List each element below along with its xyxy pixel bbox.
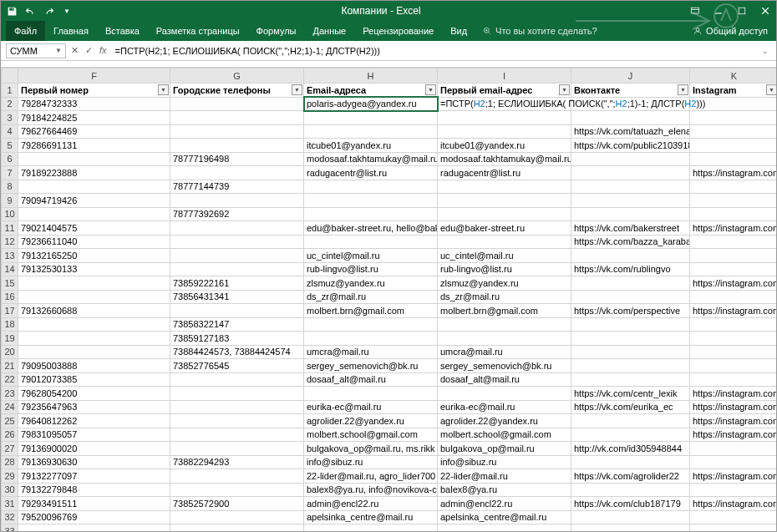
cell[interactable]: edu@baker-street.ru (438, 221, 571, 236)
cell[interactable] (571, 111, 690, 125)
tab-data[interactable]: Данные (304, 21, 354, 41)
cell[interactable]: radugacentr@list.ru (438, 166, 571, 180)
cell[interactable]: https://instagram.com (690, 221, 777, 236)
filter-button-icon[interactable]: ▼ (678, 84, 688, 95)
cell[interactable]: https://vk.com/public210391825 (571, 139, 690, 153)
field-header-F[interactable]: Первый номер▼ (18, 84, 170, 98)
cell[interactable] (18, 152, 170, 166)
cell[interactable]: apelsinka_centre@mail.ru (438, 510, 571, 524)
cell[interactable]: rub-lingvo@list.ru (438, 262, 571, 276)
row-header[interactable]: 1 (2, 84, 18, 98)
cell[interactable] (170, 414, 304, 428)
cell[interactable]: https://instagram.com (690, 497, 777, 511)
grid[interactable]: F G H I J K 1Первый номер▼Городские теле… (1, 68, 776, 531)
cell[interactable] (18, 180, 170, 194)
cell[interactable] (18, 332, 170, 346)
row-header[interactable]: 23 (2, 387, 18, 401)
cell[interactable]: https://vk.com/bazza_karabassa (571, 235, 690, 249)
cell[interactable]: admin@encl22.ru (438, 497, 571, 511)
filter-button-icon[interactable]: ▼ (766, 84, 776, 95)
cell[interactable]: modosaaf.takhtamukay@mail.ru (304, 152, 438, 166)
cell[interactable] (170, 97, 304, 111)
cell[interactable] (690, 317, 777, 332)
field-header-H[interactable]: Email-адреса▼ (304, 84, 438, 98)
cell[interactable]: 73858322147 (170, 317, 304, 332)
cell[interactable] (571, 290, 690, 304)
cell[interactable]: https://instagram.com (690, 166, 777, 180)
cell[interactable]: 79132660688 (18, 304, 170, 318)
cell[interactable]: https://instagram.com (690, 428, 777, 442)
cell[interactable] (690, 524, 777, 532)
name-box-dropdown-icon[interactable]: ▼ (55, 47, 62, 54)
cell[interactable] (438, 111, 571, 125)
cell[interactable]: http://vk.com/id305948844 (571, 442, 690, 456)
cell[interactable]: 79132165250 (18, 249, 170, 263)
cell[interactable] (571, 166, 690, 180)
cell[interactable]: eurika-ec@mail.ru (438, 400, 571, 414)
cell[interactable]: https://instagram.com (690, 387, 777, 401)
cell[interactable]: ds_zr@mail.ru (438, 290, 571, 304)
cell[interactable] (571, 428, 690, 442)
row-header[interactable]: 13 (2, 249, 18, 263)
cell[interactable]: 73884424573, 73884424574 (170, 345, 304, 359)
row-header[interactable]: 4 (2, 124, 18, 139)
cell[interactable]: umcra@mail.ru (304, 345, 438, 359)
row-header[interactable]: 11 (2, 221, 18, 236)
cell[interactable]: edu@baker-street.ru, hello@baker (304, 221, 438, 236)
cell[interactable]: 79095003888 (18, 359, 170, 373)
cell[interactable]: 73856431341 (170, 290, 304, 304)
filter-button-icon[interactable]: ▼ (158, 84, 169, 95)
row-header[interactable]: 7 (2, 166, 18, 180)
cell[interactable] (571, 317, 690, 332)
cell[interactable] (304, 111, 438, 125)
cell[interactable] (571, 249, 690, 263)
cell[interactable]: 73859222161 (170, 276, 304, 291)
cell[interactable]: 79136930630 (18, 455, 170, 469)
cell[interactable]: 78777196498 (170, 152, 304, 166)
cell[interactable] (170, 194, 304, 208)
tab-home[interactable]: Главная (45, 21, 97, 41)
cell[interactable] (690, 332, 777, 346)
tab-insert[interactable]: Вставка (97, 21, 148, 41)
cell[interactable] (690, 235, 777, 249)
cell[interactable]: molbert.brn@gmail.com (438, 304, 571, 318)
row-header[interactable]: 15 (2, 276, 18, 291)
cell[interactable]: 79132277097 (18, 469, 170, 484)
cell[interactable] (18, 345, 170, 359)
formula-expand-icon[interactable]: ⌄ (759, 47, 771, 55)
row-header[interactable]: 2 (2, 97, 18, 111)
cell[interactable] (170, 442, 304, 456)
cell[interactable]: info@sibuz.ru (304, 455, 438, 469)
cell[interactable] (571, 483, 690, 497)
cell[interactable]: 79831095057 (18, 428, 170, 442)
cell[interactable] (690, 290, 777, 304)
row-header[interactable]: 30 (2, 483, 18, 497)
cell[interactable] (690, 359, 777, 373)
filter-button-icon[interactable]: ▼ (425, 84, 436, 95)
cell[interactable] (690, 262, 777, 276)
cell[interactable] (18, 276, 170, 291)
cell[interactable] (690, 345, 777, 359)
col-header-F[interactable]: F (18, 68, 170, 84)
col-header-G[interactable]: G (170, 68, 304, 84)
cell[interactable]: 79132279848 (18, 483, 170, 497)
cell[interactable] (571, 524, 690, 532)
cell[interactable]: https://vk.com/eurika_ec (571, 400, 690, 414)
cell[interactable] (438, 180, 571, 194)
cell[interactable] (438, 524, 571, 532)
cell[interactable]: agrolider.22@yandex.ru (304, 414, 438, 428)
cell[interactable]: molbert.school@gmail.com (304, 428, 438, 442)
cell[interactable] (170, 166, 304, 180)
cell[interactable]: 79184224825 (18, 111, 170, 125)
cell[interactable]: polaris-adygea@yandex.ru (304, 97, 438, 111)
cell[interactable]: https://instagram.com (690, 276, 777, 291)
cell[interactable] (438, 332, 571, 346)
cell[interactable]: 73859127183 (170, 332, 304, 346)
cell[interactable] (690, 510, 777, 524)
cancel-formula-icon[interactable]: ✕ (71, 45, 79, 56)
cell[interactable] (304, 194, 438, 208)
cell[interactable] (170, 524, 304, 532)
cell[interactable]: https://vk.com/agrolider22 (571, 469, 690, 484)
cell[interactable] (690, 111, 777, 125)
cell[interactable] (170, 304, 304, 318)
